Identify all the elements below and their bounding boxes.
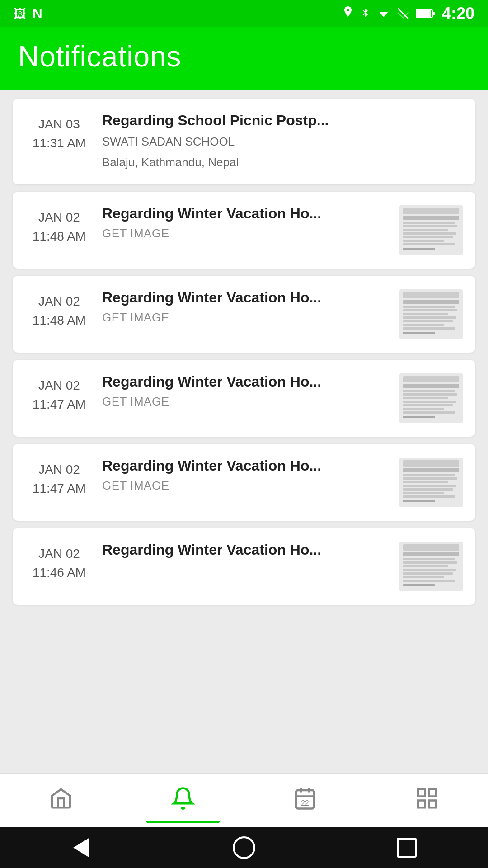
- notification-action[interactable]: GET IMAGE: [102, 226, 390, 241]
- svg-rect-41: [403, 474, 455, 476]
- bell-icon: [171, 786, 195, 811]
- svg-text:22: 22: [301, 799, 309, 807]
- svg-rect-23: [403, 320, 453, 322]
- status-bar: 🖼 N 4:20: [0, 0, 488, 27]
- notification-title: Regarding Winter Vacation Ho...: [102, 373, 390, 390]
- svg-rect-21: [403, 313, 448, 315]
- status-bar-right-icons: 4:20: [342, 4, 474, 23]
- svg-rect-9: [403, 225, 457, 227]
- svg-rect-11: [403, 232, 456, 235]
- notification-content: Regarding Winter Vacation Ho...GET IMAGE: [102, 289, 390, 325]
- svg-rect-43: [403, 481, 448, 483]
- wifi-down-icon: [377, 7, 390, 20]
- svg-rect-35: [403, 408, 444, 410]
- svg-rect-7: [403, 216, 459, 220]
- svg-rect-24: [403, 324, 444, 326]
- notification-subtitle-1: SWATI SADAN SCHOOL: [102, 133, 463, 150]
- home-button[interactable]: [230, 834, 258, 861]
- svg-rect-47: [403, 495, 455, 498]
- notification-subtitle-2: Balaju, Kathmandu, Nepal: [102, 154, 463, 170]
- home-circle-icon: [233, 836, 255, 859]
- notification-content: Regarding Winter Vacation Ho...GET IMAGE: [102, 373, 390, 409]
- notification-card[interactable]: JAN 0211:46 AMRegarding Winter Vacation …: [13, 528, 475, 605]
- svg-rect-40: [403, 468, 459, 472]
- svg-marker-0: [379, 12, 388, 17]
- svg-rect-68: [429, 800, 436, 807]
- svg-rect-17: [403, 292, 459, 298]
- document-thumbnail: [399, 205, 463, 255]
- svg-rect-31: [403, 393, 457, 396]
- image-icon: 🖼: [14, 6, 26, 21]
- status-time: 4:20: [442, 4, 474, 23]
- svg-rect-67: [418, 800, 425, 807]
- notification-content: Regarding Winter Vacation Ho...GET IMAGE: [102, 205, 390, 241]
- notification-card[interactable]: JAN 0311:31 AMRegarding School Picnic Po…: [13, 99, 475, 184]
- document-thumbnail: [399, 458, 463, 507]
- notifications-list: JAN 0311:31 AMRegarding School Picnic Po…: [0, 90, 488, 773]
- nav-item-notifications[interactable]: [122, 774, 244, 823]
- notification-card[interactable]: JAN 0211:47 AMRegarding Winter Vacation …: [13, 360, 475, 437]
- system-nav-bar: [0, 827, 488, 868]
- svg-rect-44: [403, 485, 456, 487]
- recents-icon: [397, 838, 417, 858]
- notification-date: JAN 0211:48 AM: [25, 205, 93, 246]
- notification-date: JAN 0211:48 AM: [25, 289, 93, 330]
- notification-title: Regarding Winter Vacation Ho...: [102, 205, 390, 222]
- svg-rect-20: [403, 309, 457, 311]
- svg-rect-36: [403, 411, 455, 414]
- recents-button[interactable]: [393, 834, 420, 861]
- n-logo-icon: N: [33, 6, 42, 21]
- notification-action[interactable]: GET IMAGE: [102, 479, 390, 493]
- notification-date: JAN 0311:31 AM: [25, 112, 93, 153]
- location-icon: [342, 6, 354, 21]
- svg-rect-65: [418, 789, 425, 796]
- svg-rect-32: [403, 397, 448, 399]
- svg-rect-66: [429, 789, 436, 796]
- svg-rect-59: [403, 584, 435, 586]
- svg-rect-58: [403, 580, 455, 582]
- svg-rect-37: [403, 416, 435, 418]
- document-thumbnail: [399, 542, 463, 591]
- status-bar-left-icons: 🖼 N: [14, 6, 42, 21]
- nav-item-calendar[interactable]: 22: [244, 774, 366, 823]
- home-icon: [49, 786, 73, 811]
- header: Notifications: [0, 27, 488, 90]
- notification-content: Regarding Winter Vacation Ho...GET IMAGE: [102, 458, 390, 493]
- svg-rect-8: [403, 222, 455, 224]
- notification-card[interactable]: JAN 0211:48 AMRegarding Winter Vacation …: [13, 192, 475, 269]
- svg-rect-13: [403, 240, 444, 242]
- svg-rect-34: [403, 404, 453, 406]
- nav-item-menu[interactable]: [366, 774, 488, 823]
- svg-rect-19: [403, 306, 455, 308]
- notification-action[interactable]: GET IMAGE: [102, 395, 390, 409]
- svg-rect-33: [403, 401, 456, 403]
- svg-rect-57: [403, 576, 444, 578]
- svg-rect-52: [403, 558, 455, 560]
- document-thumbnail: [399, 289, 463, 339]
- svg-rect-6: [403, 208, 459, 214]
- notification-date: JAN 0211:46 AM: [25, 542, 93, 582]
- notification-title: Regarding Winter Vacation Ho...: [102, 289, 390, 306]
- svg-rect-26: [403, 332, 435, 334]
- back-button[interactable]: [68, 834, 95, 861]
- svg-rect-42: [403, 477, 457, 480]
- nav-item-home[interactable]: [0, 774, 122, 823]
- signal-off-icon: [397, 7, 409, 20]
- svg-rect-25: [403, 327, 455, 330]
- svg-rect-22: [403, 316, 456, 319]
- document-thumbnail: [399, 373, 463, 423]
- bluetooth-icon: [361, 6, 371, 21]
- svg-rect-54: [403, 565, 448, 567]
- back-icon: [73, 838, 89, 858]
- svg-rect-46: [403, 492, 444, 494]
- calendar-icon: 22: [293, 786, 317, 811]
- notification-card[interactable]: JAN 0211:47 AMRegarding Winter Vacation …: [13, 444, 475, 521]
- battery-icon: [416, 8, 436, 19]
- notification-action[interactable]: GET IMAGE: [102, 311, 390, 325]
- svg-rect-55: [403, 569, 456, 571]
- notification-card[interactable]: JAN 0211:48 AMRegarding Winter Vacation …: [13, 276, 475, 353]
- svg-rect-28: [403, 376, 459, 382]
- svg-rect-45: [403, 488, 453, 491]
- notification-title: Regarding Winter Vacation Ho...: [102, 542, 390, 558]
- svg-rect-51: [403, 552, 459, 556]
